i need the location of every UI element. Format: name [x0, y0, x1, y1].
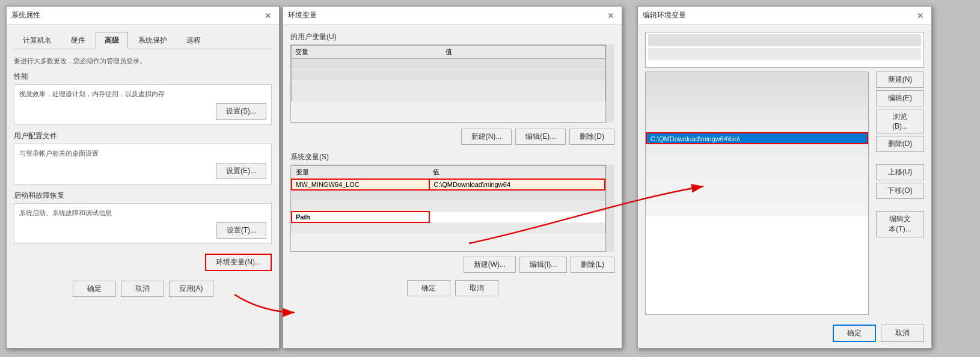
userprofile-box: 与登录帐户相关的桌面设置 设置(E)...: [14, 144, 272, 185]
sysprops-close-button[interactable]: ✕: [262, 11, 274, 20]
table-row[interactable]: [292, 222, 605, 233]
env-vars-dialog: 环境变量 ✕ 的用户变量(U) 变量 值: [283, 6, 622, 349]
tab-hardware[interactable]: 硬件: [62, 32, 94, 49]
editenv-browse-button[interactable]: 浏览(B)...: [876, 109, 924, 133]
user-vars-label: 的用户变量(U): [290, 32, 614, 42]
sys-edit-button[interactable]: 编辑(I)...: [519, 257, 567, 273]
userprofile-desc: 与登录帐户相关的桌面设置: [19, 149, 266, 158]
sys-new-button[interactable]: 新建(W)...: [464, 257, 516, 273]
selected-path-item[interactable]: C:\QMDownload\mingw64\bin\: [646, 132, 868, 144]
path-var-cell: Path: [292, 212, 429, 222]
system-properties-dialog: 系统属性 ✕ 计算机名 硬件 高级 系统保护 远程 要进行大多数更改，您必须作为…: [6, 6, 280, 349]
userprofile-label: 用户配置文件: [14, 131, 272, 141]
user-new-button[interactable]: 新建(N)...: [461, 129, 512, 145]
editenv-title: 编辑环境变量: [643, 10, 686, 20]
table-row[interactable]: MW_MINGW64_LOC C:\QMDownload\mingw64: [292, 179, 605, 190]
performance-desc: 视觉效果，处理器计划，内存使用，以及虚拟内存: [19, 90, 266, 99]
sys-vars-table: 变量 值 MW_MINGW64_LOC C:\QMDownload\mingw6…: [291, 165, 605, 234]
editenv-cancel-button[interactable]: 取消: [881, 325, 924, 342]
envvars-title: 环境变量: [288, 10, 317, 20]
path-row[interactable]: Path: [292, 212, 605, 222]
list-item[interactable]: [646, 72, 868, 84]
sysprops-titlebar: 系统属性 ✕: [7, 7, 279, 25]
performance-box: 视觉效果，处理器计划，内存使用，以及虚拟内存 设置(S)...: [14, 84, 272, 125]
list-item[interactable]: [646, 180, 868, 192]
editenv-movedown-button[interactable]: 下移(O): [876, 183, 924, 199]
sys-table-scrollbar[interactable]: [606, 165, 614, 252]
editenv-edittext-button[interactable]: 编辑文本(T)...: [876, 211, 924, 237]
performance-settings-button[interactable]: 设置(S)...: [216, 103, 266, 120]
mingw-val-cell: C:\QMDownload\mingw64: [429, 179, 605, 190]
table-row[interactable]: [292, 81, 605, 91]
tab-remote[interactable]: 远程: [177, 32, 210, 49]
env-vars-button[interactable]: 环境变量(N)...: [205, 254, 272, 271]
startup-desc: 系统启动、系统故障和调试信息: [19, 209, 266, 218]
user-col-var: 变量: [292, 46, 443, 59]
startup-label: 启动和故障恢复: [14, 191, 272, 201]
userprofile-settings-button[interactable]: 设置(E)...: [216, 163, 266, 179]
startup-box: 系统启动、系统故障和调试信息 设置(T)...: [14, 203, 272, 244]
editenv-action-buttons: 新建(N) 编辑(E) 浏览(B)... 删除(D) 上移(U) 下移(O) 编…: [876, 72, 924, 319]
table-row[interactable]: [292, 70, 605, 81]
list-item[interactable]: [646, 108, 868, 120]
list-item[interactable]: [646, 96, 868, 108]
table-row[interactable]: [292, 91, 605, 102]
table-row[interactable]: [292, 190, 605, 201]
editenv-ok-button[interactable]: 确定: [833, 325, 876, 342]
envvars-titlebar: 环境变量 ✕: [283, 7, 622, 25]
tab-advanced[interactable]: 高级: [96, 32, 128, 49]
tab-computername[interactable]: 计算机名: [14, 32, 61, 49]
sysprops-bottom-buttons: 确定 取消 应用(A): [14, 281, 272, 297]
envvars-close-button[interactable]: ✕: [605, 11, 617, 20]
list-item[interactable]: [646, 120, 868, 132]
mingw-var-cell: MW_MINGW64_LOC: [292, 179, 429, 190]
performance-label: 性能: [14, 72, 272, 82]
table-row[interactable]: [292, 59, 605, 70]
user-col-val: 值: [442, 46, 605, 59]
sysprops-tabs: 计算机名 硬件 高级 系统保护 远程: [14, 32, 272, 49]
edit-env-dialog: 编辑环境变量 ✕: [637, 6, 932, 349]
editenv-edit-button[interactable]: 编辑(E): [876, 90, 924, 106]
sys-delete-button[interactable]: 删除(L): [571, 257, 614, 273]
startup-settings-button[interactable]: 设置(T)...: [216, 222, 266, 239]
sysprops-ok-button[interactable]: 确定: [73, 281, 116, 297]
sysprops-title: 系统属性: [11, 10, 40, 20]
sys-vars-label: 系统变量(S): [290, 152, 614, 162]
list-item[interactable]: [646, 84, 868, 96]
editenv-close-button[interactable]: ✕: [914, 11, 926, 20]
list-item[interactable]: [646, 144, 868, 156]
sysprops-cancel-button[interactable]: 取消: [121, 281, 164, 297]
sys-col-var: 变量: [292, 166, 429, 180]
editenv-delete-button[interactable]: 删除(D): [876, 136, 924, 152]
editenv-new-button[interactable]: 新建(N): [876, 72, 924, 88]
user-vars-table: 变量 值: [291, 45, 605, 102]
admin-notice: 要进行大多数更改，您必须作为管理员登录。: [14, 56, 272, 66]
editenv-list: C:\QMDownload\mingw64\bin\: [645, 72, 869, 315]
user-delete-button[interactable]: 删除(D): [569, 129, 614, 145]
sys-col-val: 值: [429, 166, 605, 180]
list-item[interactable]: [646, 156, 868, 168]
sysprops-apply-button[interactable]: 应用(A): [169, 281, 213, 297]
editenv-moveup-button[interactable]: 上移(U): [876, 164, 924, 180]
list-item[interactable]: [646, 192, 868, 204]
tab-sysprotect[interactable]: 系统保护: [129, 32, 176, 49]
user-edit-button[interactable]: 编辑(E)...: [515, 129, 566, 145]
envvars-cancel-button[interactable]: 取消: [455, 280, 498, 296]
table-row[interactable]: [292, 201, 605, 212]
envvars-ok-button[interactable]: 确定: [407, 280, 450, 296]
editenv-titlebar: 编辑环境变量 ✕: [638, 7, 931, 25]
user-table-scrollbar[interactable]: [606, 44, 614, 123]
list-item[interactable]: [646, 204, 868, 216]
path-val-cell: [429, 212, 605, 222]
list-item[interactable]: [646, 168, 868, 180]
